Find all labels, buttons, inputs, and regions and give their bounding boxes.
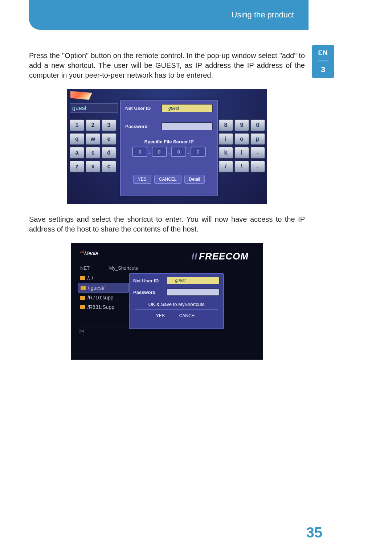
media-logo-all: all — [80, 249, 84, 254]
section-title: Using the product — [232, 10, 294, 20]
ip-dot: . — [149, 149, 150, 155]
osk-key[interactable]: a — [70, 147, 84, 159]
cancel-button-2[interactable]: CANCEL — [179, 313, 197, 318]
side-divider — [318, 61, 328, 61]
osk-key[interactable]: 2 — [86, 119, 100, 131]
side-tab: EN 3 — [312, 45, 334, 78]
osk-key[interactable]: \ — [234, 161, 249, 172]
folder-icon — [80, 276, 85, 280]
osk-key[interactable]: 0 — [250, 119, 265, 131]
breadcrumb-path: My_Shortcuts — [109, 265, 138, 271]
net-user-id-field-2[interactable]: guest — [167, 277, 220, 284]
osk-key[interactable]: w — [86, 133, 100, 145]
osk-key[interactable]: l — [234, 147, 249, 159]
osk-key[interactable]: s — [86, 147, 100, 159]
list-counter: 2/4 — [79, 327, 155, 333]
osk-key[interactable]: x — [86, 161, 100, 172]
osk-key[interactable]: q — [70, 133, 84, 145]
ip-dot: . — [188, 149, 189, 155]
freecom-logo: IIFREECOM — [192, 251, 249, 262]
save-dialog: Net User ID guest Password OK & Save to … — [129, 273, 224, 329]
net-user-id-field[interactable]: guest — [162, 104, 213, 112]
list-item-label: /../ — [87, 275, 93, 281]
shortcut-list: /..//:guest//R710:supp/R831:Supp — [78, 273, 129, 312]
osk-key[interactable]: 8 — [219, 119, 233, 131]
media-logo-text: Media — [84, 250, 98, 256]
ip-address-row: 0 . 0 . 0 . 0 — [121, 147, 217, 157]
guest-text-box: guest — [70, 103, 118, 113]
paragraph-1: Press the "Option" button on the remote … — [29, 51, 305, 80]
osk-key[interactable]: p — [250, 133, 265, 145]
osk-key[interactable]: 1 — [70, 119, 84, 131]
dialog-divider — [135, 309, 218, 310]
list-item-label: /R710:supp — [87, 295, 114, 301]
osk-key[interactable]: e — [102, 133, 116, 145]
folder-icon — [81, 286, 86, 290]
ip-octet-1[interactable]: 0 — [132, 147, 147, 157]
yes-button[interactable]: YES — [133, 175, 151, 184]
list-item-label: /R831:Supp — [87, 304, 114, 310]
specific-file-server-ip-label: Specific File Server IP — [121, 139, 217, 144]
breadcrumb-net: NET — [80, 265, 90, 271]
section-header: Using the product — [29, 0, 309, 30]
osk-key[interactable]: k — [219, 147, 233, 159]
ip-octet-2[interactable]: 0 — [152, 147, 167, 157]
freecom-text: FREECOM — [199, 251, 249, 262]
net-user-id-label: Net User ID — [125, 106, 162, 111]
osk-key[interactable]: 9 — [234, 119, 249, 131]
folder-icon — [80, 296, 85, 300]
media-logo: allMedia — [80, 249, 98, 256]
paragraph-2: Save settings and select the shortcut to… — [29, 214, 305, 234]
password-field-2[interactable] — [167, 289, 220, 296]
language-label: EN — [312, 49, 334, 57]
detail-button[interactable]: Detail — [184, 175, 205, 184]
osk-key[interactable]: 3 — [102, 119, 116, 131]
ip-octet-4[interactable]: 0 — [191, 147, 206, 157]
osk-key[interactable]: . — [250, 161, 265, 172]
ip-dot: . — [168, 149, 170, 155]
screenshot-save-shortcut: allMedia IIFREECOM NET My_Shortcuts /../… — [71, 243, 263, 360]
osk-key[interactable]: - — [250, 147, 265, 159]
shortcut-dialog: Net User ID guest Password Specific File… — [120, 100, 218, 196]
osk-key[interactable]: d — [102, 147, 116, 159]
list-item[interactable]: /R831:Supp — [78, 302, 129, 312]
device-logo — [70, 91, 92, 100]
screenshot-add-shortcut: guest 123qweasdzxc 890iopkl-/\. Net User… — [67, 89, 267, 204]
list-item[interactable]: /../ — [78, 273, 129, 283]
list-item-label: /:guest/ — [88, 285, 105, 291]
net-user-id-label-2: Net User ID — [133, 278, 167, 283]
password-field[interactable] — [162, 122, 213, 130]
cancel-button[interactable]: CANCEL — [154, 175, 181, 184]
osk-key[interactable]: o — [234, 133, 249, 145]
breadcrumb: NET My_Shortcuts — [80, 265, 138, 271]
ip-octet-3[interactable]: 0 — [171, 147, 186, 157]
chapter-number: 3 — [312, 65, 334, 74]
password-label-2: Password — [133, 290, 167, 295]
osk-key[interactable]: c — [102, 161, 116, 172]
password-label: Password — [125, 124, 162, 129]
list-item[interactable]: /:guest/ — [78, 283, 129, 293]
osk-key[interactable]: i — [219, 133, 233, 145]
page-number: 35 — [306, 524, 323, 541]
folder-icon — [80, 305, 85, 309]
save-to-shortcuts-label: OK & Save to MyShortcuts — [130, 302, 223, 307]
yes-button-2[interactable]: YES — [156, 313, 165, 318]
osk-key[interactable]: / — [219, 161, 233, 172]
osk-key[interactable]: z — [70, 161, 84, 172]
list-item[interactable]: /R710:supp — [78, 293, 129, 302]
freecom-slashes: II — [192, 251, 197, 262]
